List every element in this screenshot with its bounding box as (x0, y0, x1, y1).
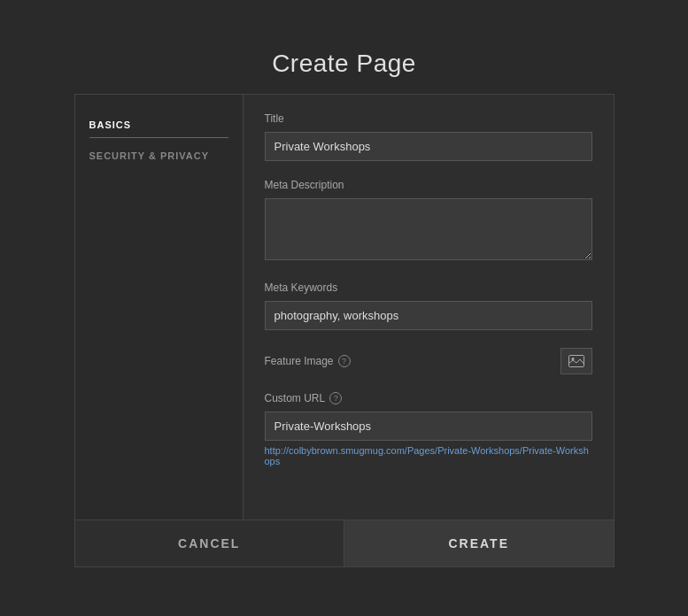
create-button[interactable]: CREATE (344, 520, 614, 566)
meta-description-field-group: Meta Description (265, 179, 592, 264)
custom-url-field-group: Custom URL ? http://colbybrown.smugmug.c… (265, 392, 592, 466)
feature-image-field-group: Feature Image ? (265, 348, 592, 374)
meta-description-input[interactable] (265, 198, 592, 260)
meta-keywords-input[interactable] (265, 301, 592, 330)
meta-keywords-label: Meta Keywords (265, 281, 592, 294)
sidebar-item-basics[interactable]: BASICS (89, 112, 228, 138)
dialog-body: BASICS SECURITY & PRIVACY Title (75, 95, 614, 520)
page-wrapper: Create Page BASICS SECURITY & PRIVACY Ti… (0, 50, 688, 567)
feature-image-upload-button[interactable] (560, 348, 592, 374)
dialog-footer: CANCEL CREATE (75, 520, 614, 566)
image-icon (568, 355, 584, 367)
page-title: Create Page (272, 50, 416, 78)
dialog: BASICS SECURITY & PRIVACY Title (74, 94, 615, 567)
title-input[interactable] (265, 132, 592, 161)
url-display: http://colbybrown.smugmug.com/Pages/Priv… (265, 445, 592, 466)
sidebar-item-security-privacy[interactable]: SECURITY & PRIVACY (89, 143, 228, 168)
custom-url-label: Custom URL ? (265, 392, 592, 404)
main-content: Title Meta Description Meta Keywords (244, 95, 614, 520)
feature-image-label: Feature Image ? (265, 355, 351, 367)
title-field-group: Title (265, 112, 592, 161)
meta-description-label: Meta Description (265, 179, 592, 191)
custom-url-input[interactable] (265, 412, 592, 441)
feature-image-row: Feature Image ? (265, 348, 592, 374)
meta-keywords-field-group: Meta Keywords (265, 281, 592, 330)
cancel-button[interactable]: CANCEL (75, 520, 345, 566)
title-label: Title (265, 112, 592, 125)
sidebar: BASICS SECURITY & PRIVACY (75, 95, 244, 520)
feature-image-help-icon[interactable]: ? (338, 355, 351, 367)
custom-url-help-icon[interactable]: ? (329, 392, 342, 404)
